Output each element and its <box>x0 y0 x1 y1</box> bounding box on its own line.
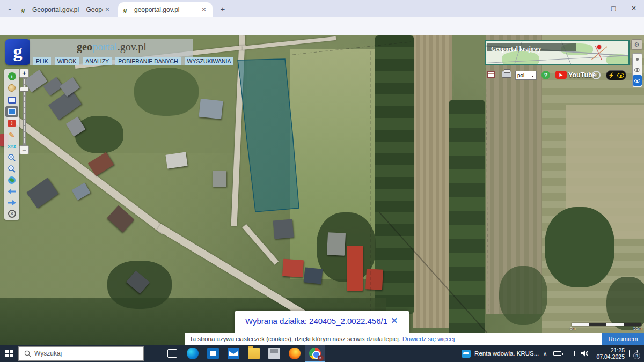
help-button[interactable]: ? <box>541 71 550 82</box>
zoom-out-icon <box>8 165 16 173</box>
browser-titlebar: ⌄ g Geoportal.gov.pl – Geoportal I ✕ g g… <box>0 0 644 17</box>
popup-close-icon[interactable]: ✕ <box>391 316 398 326</box>
new-tab-button[interactable]: + <box>218 4 228 14</box>
tray-app-title[interactable]: Renta wdowia. KRUS... <box>474 350 540 357</box>
zoom-slider-handle[interactable] <box>20 87 29 92</box>
settings-button[interactable]: ⚙ <box>631 39 642 50</box>
export-tool[interactable]: ⇩ <box>5 118 18 129</box>
menu-widok[interactable]: WIDOK <box>55 57 79 65</box>
tab-close-icon[interactable]: ✕ <box>200 5 208 14</box>
eye-icon <box>634 68 640 72</box>
help-icon: ? <box>541 71 550 79</box>
geoportal-logo[interactable]: g <box>5 39 30 65</box>
tab-title: geoportal.gov.pl <box>134 6 200 13</box>
battery-icon[interactable] <box>553 351 561 356</box>
map-toolbar: i ⇩ ✎ XYZ ✕ <box>4 69 19 220</box>
taskbar-firefox[interactable] <box>284 345 305 362</box>
layer-visibility-dot[interactable] <box>633 54 642 64</box>
cookie-accept-button[interactable]: Rozumiem <box>602 333 644 345</box>
overview-minimap[interactable]: Geoportal krajowy <box>485 40 630 65</box>
geoportal-menu: PLIK WIDOK ANALIZY POBIERANIE DANYCH WYS… <box>33 57 233 65</box>
zoom-in-tool[interactable] <box>5 152 18 163</box>
accessibility-wheel-icon: ✳ <box>592 71 601 79</box>
export-icon: ⇩ <box>8 120 16 127</box>
window-minimize-button[interactable]: — <box>583 0 603 17</box>
menu-plik[interactable]: PLIK <box>33 57 51 65</box>
draw-tool[interactable]: ✎ <box>5 130 18 141</box>
xyz-coordinates-tool[interactable]: XYZ <box>5 141 18 152</box>
menu-pobieranie-danych[interactable]: POBIERANIE DANYCH <box>115 57 180 65</box>
taskbar-store[interactable] <box>203 345 223 362</box>
legend-grid-icon <box>487 71 495 78</box>
system-tray: Renta wdowia. KRUS... ∧ 21:25 07.04.2025… <box>462 345 644 362</box>
slider-zoom-out-button[interactable]: − <box>19 145 29 154</box>
language-select[interactable]: pol ⌄ <box>515 71 537 80</box>
scale-start-label: 0m <box>570 326 576 331</box>
contrast-eye-icon <box>617 73 624 78</box>
arrow-left-icon <box>8 188 16 195</box>
tab-geoportal-home[interactable]: g Geoportal.gov.pl – Geoportal I ✕ <box>16 2 116 17</box>
taskbar-search-input[interactable]: Wyszukaj <box>18 346 144 361</box>
clock-time: 21:25 <box>596 347 625 353</box>
wordmark-geo: geo <box>77 41 92 53</box>
volume-icon[interactable] <box>581 350 589 357</box>
previous-view-tool[interactable] <box>5 186 18 197</box>
aerial-map[interactable]: g geoportal.gov.pl PLIK WIDOK ANALIZY PO… <box>0 35 644 345</box>
zoom-out-tool[interactable] <box>5 164 18 174</box>
taskbar-edge[interactable] <box>182 345 203 362</box>
start-button[interactable] <box>0 345 18 362</box>
youtube-link[interactable]: ▶ YouTube <box>555 71 596 79</box>
taskbar-chrome-active[interactable]: K <box>305 345 325 362</box>
task-view-button[interactable] <box>162 345 182 362</box>
accessibility-button[interactable]: ✳ <box>592 71 601 82</box>
tray-app-icon[interactable] <box>462 350 471 358</box>
layer-visibility-toggle[interactable] <box>633 64 642 75</box>
minimap-title-band: Geoportal krajowy <box>487 43 576 51</box>
cookie-message: Ta strona używa ciasteczek (cookies), dz… <box>189 336 400 342</box>
clock-date: 07.04.2025 <box>596 353 625 360</box>
windows-taskbar: Wyszukaj K Renta wdowia. KRUS... ∧ 21:25… <box>0 345 644 362</box>
display-cast-icon[interactable] <box>568 351 575 356</box>
print-button[interactable] <box>502 71 511 82</box>
slider-zoom-in-button[interactable]: + <box>19 69 29 78</box>
action-center-icon[interactable]: 3 <box>629 350 638 357</box>
minimap-title: Geoportal krajowy <box>491 45 541 53</box>
next-view-tool[interactable] <box>5 197 18 208</box>
window-maximize-button[interactable]: ▢ <box>603 0 624 17</box>
clear-selection-tool[interactable]: ✕ <box>5 208 18 219</box>
tab-close-icon[interactable]: ✕ <box>103 5 112 14</box>
compass-icon <box>8 84 16 92</box>
form-icon <box>8 97 16 104</box>
cookie-more-link[interactable]: Dowiedz się więcej <box>402 336 455 342</box>
full-extent-tool[interactable] <box>5 175 18 186</box>
info-tool[interactable]: i <box>5 71 18 82</box>
legend-button[interactable] <box>487 71 495 82</box>
taskbar-explorer[interactable] <box>244 345 264 362</box>
selected-parcel <box>238 59 299 212</box>
dot-icon <box>636 58 639 61</box>
clock[interactable]: 21:25 07.04.2025 <box>596 347 625 360</box>
contrast-toggle[interactable]: ⚡ <box>606 70 626 80</box>
taskbar-printer[interactable] <box>264 345 284 362</box>
tab-search-chevron-icon[interactable]: ⌄ <box>4 4 15 13</box>
globe-icon <box>8 176 16 184</box>
windows-logo-icon <box>5 350 13 357</box>
layer-visibility-toggle-active[interactable] <box>633 75 642 86</box>
locate-tool[interactable] <box>5 83 18 93</box>
attributes-tool[interactable] <box>5 94 18 105</box>
minimap-green-area <box>502 51 539 65</box>
menu-wyszukiwania[interactable]: WYSZUKIWANIA <box>185 57 234 65</box>
window-close-button[interactable]: ✕ <box>624 0 644 17</box>
menu-analizy[interactable]: ANALIZY <box>83 57 112 65</box>
wordmark-portal: portal <box>92 41 118 53</box>
selected-parcel-popup: Wybrana działka: 240405_2.0022.456/1 ✕ <box>235 311 409 333</box>
select-caret-icon: ⌄ <box>531 73 535 78</box>
clear-icon: ✕ <box>8 210 16 218</box>
screen: ⌄ g Geoportal.gov.pl – Geoportal I ✕ g g… <box>0 0 644 362</box>
tray-chevron-icon[interactable]: ∧ <box>543 351 547 357</box>
tab-geoportal-map[interactable]: g geoportal.gov.pl ✕ <box>118 2 213 17</box>
select-parcel-tool[interactable] <box>5 106 18 117</box>
taskbar-mail[interactable] <box>223 345 244 362</box>
store-icon <box>207 348 219 359</box>
eye-icon <box>634 79 640 83</box>
